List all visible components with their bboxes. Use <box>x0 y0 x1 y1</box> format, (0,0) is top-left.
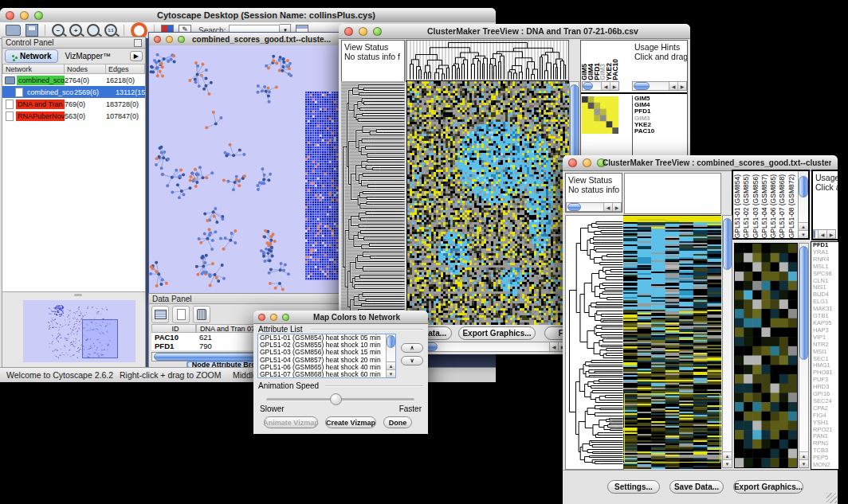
animate-vizmap-button[interactable]: Animate Vizmap <box>264 416 318 428</box>
scrollbar-track[interactable] <box>387 334 395 361</box>
scrollbar-thumb[interactable] <box>387 335 395 348</box>
network-table-row[interactable]: combined_sco2569(6)13112(15) <box>2 86 145 98</box>
dialog-titlebar[interactable]: Map Colors to Network <box>253 311 428 324</box>
scrollbar-track[interactable] <box>723 216 732 451</box>
scrollbar-track[interactable] <box>799 171 808 222</box>
scrollbar-thumb[interactable] <box>799 246 808 361</box>
tab-vizmapper[interactable]: VizMapper™ <box>58 52 117 61</box>
scrollbar-thumb[interactable] <box>799 176 808 197</box>
column-labels-hscroll[interactable]: ◀▶ <box>582 81 619 91</box>
speed-slider-thumb[interactable] <box>330 393 342 405</box>
usage-hints-hscroll[interactable]: ◀▶ <box>632 81 687 91</box>
scroll-right-icon[interactable]: ▶ <box>826 230 835 238</box>
network-canvas[interactable] <box>149 45 344 295</box>
treeview1-titlebar[interactable]: ClusterMaker TreeView : DNA and Tran 07-… <box>339 24 690 39</box>
minimize-icon[interactable] <box>20 11 29 20</box>
scroll-up-icon[interactable]: ▲ <box>387 361 395 369</box>
column-dendrogram[interactable] <box>406 40 569 82</box>
export-graphics-button[interactable]: Export Graphics... <box>458 326 536 340</box>
zoom-window-icon[interactable] <box>373 27 382 36</box>
save-icon[interactable] <box>26 24 38 37</box>
network-view-titlebar[interactable]: combined_scores_good.txt--cluste... <box>149 33 344 46</box>
network-table-row[interactable]: combined_scores2764(0)16218(0) <box>2 74 145 86</box>
scroll-up-icon[interactable]: ▲ <box>799 451 808 459</box>
panel-resize-handle[interactable] <box>74 294 82 296</box>
scrollbar-track[interactable] <box>814 230 818 238</box>
zoom-selected-icon[interactable] <box>87 24 100 37</box>
close-icon[interactable] <box>258 314 265 321</box>
scroll-down-icon[interactable]: ▼ <box>723 459 732 467</box>
network-table-row[interactable]: RNAPuberNov2+563(0)107847(0) <box>2 110 145 122</box>
zoom-matrix-canvas[interactable] <box>582 96 618 134</box>
column-header-edges[interactable]: Edges <box>106 64 145 74</box>
main-titlebar[interactable]: Cytoscape Desktop (Session Name: collins… <box>0 8 496 23</box>
attribute-list-vscroll[interactable]: ▲▼ <box>386 334 395 377</box>
scroll-right-icon[interactable]: ▶ <box>610 82 618 90</box>
scroll-left-icon[interactable]: ◀ <box>818 230 826 238</box>
treeview2-titlebar[interactable]: ClusterMaker TreeView : combined_scores_… <box>563 155 838 171</box>
row-dendrogram[interactable] <box>341 81 405 325</box>
scroll-up-icon[interactable]: ▲ <box>799 222 808 230</box>
scroll-right-icon[interactable]: ▶ <box>677 82 686 90</box>
usage-hints-hscroll[interactable]: ◀▶ <box>813 229 836 239</box>
resize-grip[interactable] <box>826 493 837 503</box>
minimize-icon[interactable] <box>359 27 367 36</box>
scroll-up-icon[interactable]: ▲ <box>723 451 732 459</box>
select-attributes-button[interactable] <box>151 306 169 323</box>
id-column-header[interactable]: ID <box>151 324 196 333</box>
zoom-heatmap-vscroll[interactable]: ▲▼ <box>799 243 809 468</box>
scroll-left-icon[interactable]: ◀ <box>549 342 558 351</box>
scrollbar-thumb[interactable] <box>814 230 815 238</box>
scrollbar-thumb[interactable] <box>723 218 732 270</box>
float-panel-icon[interactable] <box>134 39 142 47</box>
save-data-button[interactable]: Save Data... <box>669 480 724 494</box>
scrollbar-thumb[interactable] <box>583 82 593 90</box>
delete-attribute-button[interactable] <box>193 306 210 323</box>
minimize-icon[interactable] <box>166 36 173 43</box>
scroll-right-icon[interactable]: ▶ <box>612 203 621 211</box>
treeview1-bottom-hscroll[interactable]: ◀▶ <box>406 342 567 352</box>
done-button[interactable]: Done <box>383 416 412 428</box>
column-header-nodes[interactable]: Nodes <box>65 64 106 74</box>
move-up-button[interactable]: ∧ <box>401 343 423 353</box>
close-icon[interactable] <box>6 11 14 20</box>
attribute-list-item[interactable]: GPL51-07 (GSM868) heat shock 60 min <box>258 371 386 377</box>
view-status-hscroll[interactable]: ◀▶ <box>566 202 622 212</box>
heatmap-canvas[interactable] <box>623 215 721 469</box>
create-vizmap-button[interactable]: Create Vizmap <box>325 416 376 428</box>
zoom-in-icon[interactable]: + <box>69 24 82 37</box>
scroll-left-icon[interactable]: ◀ <box>603 203 612 211</box>
scrollbar-thumb[interactable] <box>567 203 581 211</box>
scrollbar-track[interactable] <box>567 203 603 211</box>
zoom-actual-icon[interactable]: 1:1 <box>104 24 117 37</box>
zoom-window-icon[interactable] <box>34 11 43 20</box>
row-dendrogram[interactable] <box>565 215 624 470</box>
close-icon[interactable] <box>568 158 577 167</box>
move-down-button[interactable]: ∨ <box>401 356 423 365</box>
network-overview-canvas[interactable] <box>23 300 135 362</box>
zoom-heatmap-canvas[interactable] <box>734 243 798 468</box>
scrollbar-thumb[interactable] <box>634 82 650 90</box>
more-tabs-button[interactable]: ▶ <box>130 51 143 61</box>
tab-network[interactable]: Network <box>5 49 58 63</box>
scroll-down-icon[interactable]: ▼ <box>799 230 808 238</box>
heatmap-canvas[interactable] <box>406 81 569 325</box>
zoom-window-icon[interactable] <box>178 36 185 43</box>
export-graphics-button[interactable]: Export Graphics... <box>733 480 803 494</box>
network-table-row[interactable]: DNA and Tran 07769(0)183728(0) <box>2 98 145 110</box>
scrollbar-track[interactable] <box>633 82 669 90</box>
zoom-out-icon[interactable]: − <box>52 24 65 37</box>
settings-button[interactable]: Settings... <box>607 480 660 494</box>
close-icon[interactable] <box>344 27 353 36</box>
close-icon[interactable] <box>154 36 161 43</box>
column-dendrogram-area[interactable] <box>624 173 721 214</box>
scroll-down-icon[interactable]: ▼ <box>387 369 395 377</box>
scroll-down-icon[interactable]: ▼ <box>799 459 808 467</box>
open-file-icon[interactable] <box>6 25 21 36</box>
create-attribute-button[interactable] <box>172 306 190 323</box>
zoom-window-icon[interactable] <box>282 314 289 321</box>
scroll-left-icon[interactable]: ◀ <box>669 82 677 90</box>
column-labels-vscroll[interactable]: ▲▼ <box>798 171 808 238</box>
heatmap-vscroll[interactable]: ▲▼ <box>722 215 732 468</box>
minimize-icon[interactable] <box>583 158 591 167</box>
